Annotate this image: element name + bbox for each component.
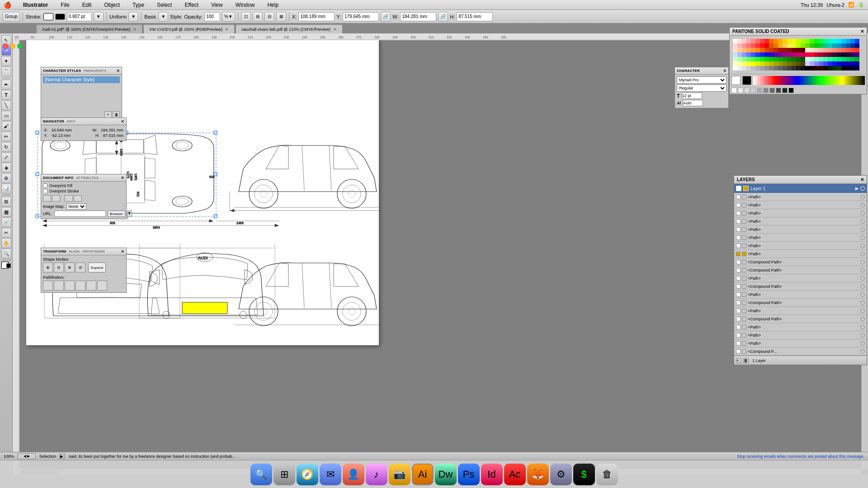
color-swatch[interactable] [810, 48, 814, 52]
color-swatch[interactable] [828, 39, 832, 43]
menu-file[interactable]: File [58, 1, 72, 9]
character-panel-close[interactable]: ✕ [723, 68, 726, 73]
color-swatch[interactable] [805, 48, 810, 52]
shape-mode-4[interactable]: ⊘ [75, 263, 85, 272]
color-swatch[interactable] [841, 43, 846, 48]
color-swatch[interactable] [778, 48, 783, 52]
color-swatch[interactable] [737, 43, 742, 48]
window-close[interactable] [3, 43, 8, 49]
h-input[interactable] [457, 12, 493, 21]
color-swatch[interactable] [751, 61, 755, 66]
color-swatch[interactable] [760, 48, 764, 52]
color-swatch[interactable] [810, 66, 814, 70]
color-swatch[interactable] [792, 39, 796, 43]
dock-dreamweaver[interactable]: Dw [435, 464, 457, 485]
color-swatch[interactable] [850, 61, 855, 66]
pantone-black-swatch[interactable] [742, 76, 751, 85]
color-swatch[interactable] [778, 39, 783, 43]
tool-magic-wand[interactable]: ✦ [1, 56, 11, 66]
eye-6[interactable]: · [736, 235, 741, 240]
layer-item-12[interactable]: · <Path> [734, 323, 867, 331]
zoom-controls[interactable]: ◀ ▶ [18, 453, 36, 459]
layer-item-8[interactable]: · <Path> [734, 250, 867, 258]
gray-swatch-1[interactable] [738, 88, 743, 93]
color-swatch[interactable] [801, 48, 805, 52]
tool-mesh[interactable]: ⊞ [1, 197, 11, 206]
overprint-fill-checkbox[interactable] [43, 183, 47, 188]
color-swatch[interactable] [783, 52, 787, 57]
color-swatch[interactable] [837, 57, 841, 61]
transform-btn-2[interactable]: ⊞ [253, 12, 263, 22]
color-swatch[interactable] [855, 52, 859, 57]
color-swatch[interactable] [828, 52, 832, 57]
pantone-close[interactable]: ✕ [860, 29, 864, 34]
color-swatch[interactable] [755, 39, 760, 43]
color-swatch[interactable] [810, 61, 814, 66]
tool-scissors[interactable]: ✂ [1, 228, 11, 238]
dock-mail[interactable]: ✉ [320, 464, 341, 485]
char-style-item-normal[interactable]: [Normal Character Style] [43, 76, 120, 83]
color-swatch[interactable] [787, 48, 792, 52]
shape-mode-1[interactable]: ⊕ [43, 263, 53, 272]
layer-1-eye[interactable]: 👁 [736, 186, 741, 191]
layer-item-compound-5[interactable]: · <Compound Path> [734, 315, 867, 323]
color-swatch[interactable] [837, 39, 841, 43]
color-swatch[interactable] [855, 39, 859, 43]
color-swatch[interactable] [850, 52, 855, 57]
color-swatch[interactable] [769, 52, 774, 57]
pantone-gradient-bar[interactable] [753, 76, 865, 85]
color-swatch[interactable] [819, 48, 823, 52]
tool-type[interactable]: T [1, 90, 11, 100]
gray-swatch-0[interactable] [731, 88, 737, 93]
eye-4[interactable]: · [736, 219, 741, 224]
color-swatch[interactable] [737, 66, 742, 70]
eye-2[interactable]: · [736, 203, 741, 207]
color-swatch[interactable] [760, 61, 764, 66]
color-swatch[interactable] [760, 66, 764, 70]
color-swatch[interactable] [801, 66, 805, 70]
eye-c2[interactable]: · [736, 268, 741, 272]
color-swatch[interactable] [774, 43, 778, 48]
color-swatch[interactable] [796, 66, 801, 70]
color-swatch[interactable] [733, 61, 737, 66]
color-swatch[interactable] [778, 61, 783, 66]
pathfinder-1[interactable] [43, 281, 53, 291]
color-swatch[interactable] [819, 52, 823, 57]
color-swatch[interactable] [819, 66, 823, 70]
color-swatch[interactable] [787, 66, 792, 70]
color-swatch[interactable] [792, 43, 796, 48]
dock-safari[interactable]: 🧭 [297, 464, 318, 485]
font-size-input[interactable] [682, 93, 702, 99]
color-swatch[interactable] [746, 66, 751, 70]
layer-item-1[interactable]: · <Path> [734, 193, 867, 201]
color-swatch[interactable] [755, 48, 760, 52]
window-maximize[interactable] [17, 43, 23, 49]
layer-item-10[interactable]: · <Path> [734, 291, 867, 299]
color-swatch[interactable] [746, 52, 751, 57]
color-swatch[interactable] [832, 66, 837, 70]
tab-audi[interactable]: Audi A1.pdf* @ 100% (CMYK/Overprint Prev… [36, 24, 142, 33]
tool-pen[interactable]: ✒ [1, 80, 11, 89]
transform-close[interactable]: ✕ [121, 249, 124, 254]
color-swatch[interactable] [760, 43, 764, 48]
color-swatch[interactable] [796, 57, 801, 61]
color-swatch[interactable] [837, 66, 841, 70]
color-swatch[interactable] [751, 66, 755, 70]
layer-1-row[interactable]: 👁 Layer 1 ▶ [734, 184, 867, 193]
tool-symbol[interactable]: ⊛ [1, 173, 11, 183]
dock-system-prefs[interactable]: ⚙ [550, 464, 572, 485]
gray-swatch-3[interactable] [750, 88, 756, 93]
pantone-white-swatch[interactable] [731, 76, 741, 85]
color-swatch[interactable] [819, 57, 823, 61]
menu-object[interactable]: Object [101, 1, 123, 9]
color-swatch[interactable] [832, 43, 837, 48]
menu-help[interactable]: Help [264, 1, 281, 9]
color-swatch[interactable] [846, 61, 850, 66]
dock-illustrator[interactable]: Ai [412, 464, 434, 485]
layer-item-compound-2[interactable]: · <Compound Path> [734, 266, 867, 274]
tab-vw-close[interactable]: ✕ [225, 27, 229, 32]
color-swatch[interactable] [801, 57, 805, 61]
color-swatch[interactable] [819, 39, 823, 43]
stroke-btn[interactable] [55, 14, 65, 20]
gray-swatch-7[interactable] [776, 88, 781, 93]
